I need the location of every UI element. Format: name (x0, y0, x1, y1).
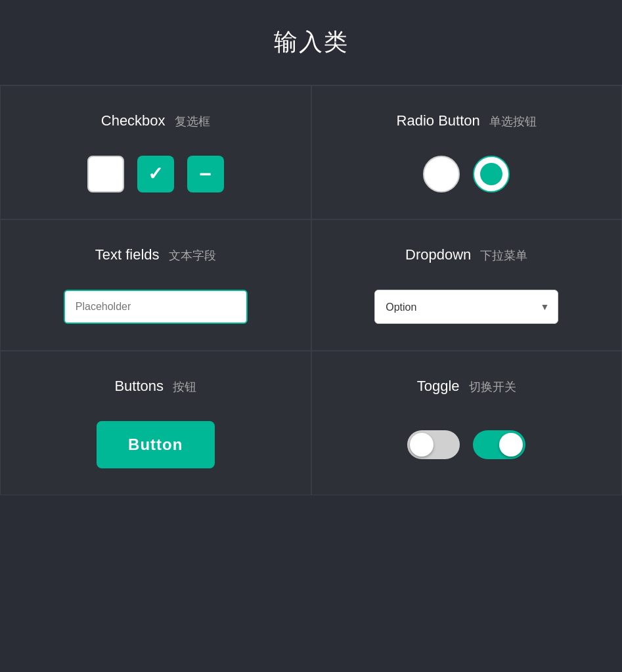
radio-content (423, 156, 510, 192)
text-input[interactable] (64, 290, 248, 324)
radio-title-en: Radio Button (397, 112, 480, 129)
primary-button[interactable]: Button (97, 421, 215, 468)
checkbox-empty[interactable] (87, 156, 124, 192)
radio-checked[interactable] (473, 156, 510, 192)
toggle-off[interactable] (407, 430, 460, 459)
radio-unchecked[interactable] (423, 156, 460, 192)
toggle-knob-off (410, 433, 433, 457)
dropdown-wrapper: Option ▼ (374, 290, 558, 324)
radio-inner-dot (480, 163, 502, 185)
buttons-title-en: Buttons (114, 378, 164, 394)
buttons-title-zh: 按钮 (173, 380, 196, 393)
checkbox-title: Checkbox 复选框 (101, 112, 210, 129)
checkbox-title-zh: 复选框 (175, 115, 210, 128)
buttons-title: Buttons 按钮 (114, 378, 196, 395)
toggle-cell: Toggle 切换开关 (311, 351, 623, 495)
dropdown-title: Dropdown 下拉菜单 (405, 246, 527, 263)
textfield-title-en: Text fields (95, 246, 160, 263)
buttons-content: Button (97, 421, 215, 468)
dropdown-cell: Dropdown 下拉菜单 Option ▼ (311, 219, 623, 351)
textfield-title: Text fields 文本字段 (95, 246, 216, 263)
radio-title: Radio Button 单选按钮 (397, 112, 537, 129)
textfield-title-zh: 文本字段 (169, 249, 216, 262)
buttons-cell: Buttons 按钮 Button (0, 351, 311, 495)
radio-cell: Radio Button 单选按钮 (311, 85, 623, 219)
page-header: 输入类 (0, 0, 622, 85)
grid-container: Checkbox 复选框 ✓ − Radio Button 单选按钮 (0, 85, 622, 495)
toggle-title-en: Toggle (417, 378, 460, 394)
checkbox-content: ✓ − (87, 156, 224, 192)
dropdown-title-en: Dropdown (405, 246, 471, 263)
page-title: 输入类 (13, 26, 609, 58)
textfield-cell: Text fields 文本字段 (0, 219, 311, 351)
toggle-knob-on (499, 433, 523, 457)
textfield-content (64, 290, 248, 324)
indeterminate-icon: − (199, 164, 211, 185)
checkbox-checked[interactable]: ✓ (137, 156, 174, 192)
dropdown-select[interactable]: Option (374, 290, 558, 324)
toggle-title-zh: 切换开关 (469, 380, 516, 393)
checkbox-title-en: Checkbox (101, 112, 166, 129)
dropdown-content: Option ▼ (374, 290, 558, 324)
checkbox-indeterminate[interactable]: − (187, 156, 224, 192)
toggle-on[interactable] (473, 430, 525, 459)
checkmark-icon: ✓ (148, 165, 163, 183)
checkbox-cell: Checkbox 复选框 ✓ − (0, 85, 311, 219)
toggle-title: Toggle 切换开关 (417, 378, 516, 395)
toggle-content (407, 421, 525, 468)
dropdown-title-zh: 下拉菜单 (480, 249, 527, 262)
radio-title-zh: 单选按钮 (489, 115, 537, 128)
